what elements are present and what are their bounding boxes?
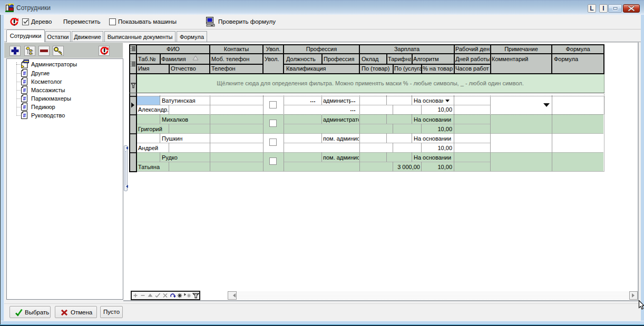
- svg-text:#: #: [23, 87, 26, 93]
- svg-text:#: #: [23, 96, 26, 102]
- svg-text:#: #: [23, 71, 26, 76]
- svg-text:#: #: [23, 113, 26, 118]
- svg-text:#: #: [23, 104, 26, 110]
- svg-text:#: #: [23, 79, 26, 85]
